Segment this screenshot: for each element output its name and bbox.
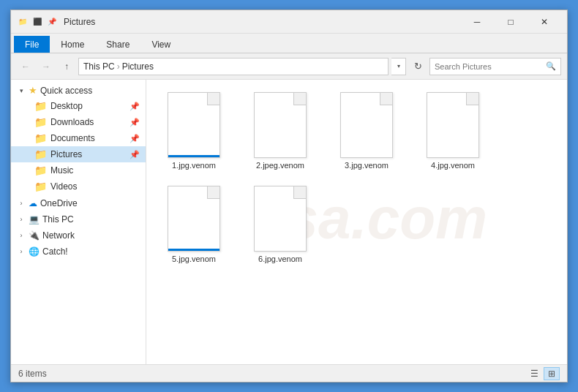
sidebar-item-pictures[interactable]: 📁 Pictures 📌 (11, 146, 146, 162)
onedrive-label: OneDrive (40, 198, 78, 208)
sidebar-section-quick-access: ▾ ★ Quick access 📁 Desktop 📌 📁 Downloads… (11, 83, 146, 195)
file-thumb-5 (254, 186, 307, 252)
file-item-5[interactable]: 6.jpg.venom (240, 181, 320, 268)
ribbon-tabs: File Home Share View (11, 34, 567, 53)
sidebar-item-videos[interactable]: 📁 Videos (11, 178, 146, 195)
file-item-2[interactable]: 3.jpg.venom (326, 87, 407, 175)
title-bar: 📁 ⬛ 📌 Pictures ─ □ ✕ (11, 10, 567, 34)
catch-icon: 🌐 (29, 246, 40, 257)
folder-icon-music: 📁 (34, 165, 47, 176)
sidebar-section-catch: › 🌐 Catch! (11, 244, 146, 259)
thispc-header[interactable]: › 💻 This PC (11, 212, 146, 227)
file-item-0[interactable]: 1.jpg.venom (154, 87, 234, 175)
close-button[interactable]: ✕ (528, 10, 561, 34)
file-name-3: 4.jpg.venom (431, 161, 475, 170)
maximize-button[interactable]: □ (494, 10, 528, 34)
sidebar-item-videos-label: Videos (50, 181, 140, 192)
tab-file[interactable]: File (14, 36, 50, 53)
chevron-down-icon: ▾ (17, 87, 26, 94)
cloud-icon: ☁ (29, 198, 37, 208)
star-icon: ★ (29, 85, 37, 96)
search-box[interactable]: 🔍 (429, 58, 561, 75)
folder-icon-videos: 📁 (34, 181, 47, 192)
tab-share[interactable]: Share (95, 36, 140, 53)
catch-label: Catch! (42, 246, 68, 257)
pin-icon-downloads: 📌 (130, 118, 140, 127)
explorer-window: 📁 ⬛ 📌 Pictures ─ □ ✕ File Home Share Vie… (10, 10, 568, 382)
sidebar-item-music-label: Music (50, 165, 140, 176)
breadcrumb-thispc: This PC (83, 61, 115, 72)
title-bar-icons: 📁 ⬛ 📌 (17, 16, 58, 28)
file-thumb-4 (168, 186, 220, 252)
tab-view[interactable]: View (140, 36, 181, 53)
pin-icon-small: 📌 (46, 16, 58, 28)
ribbon: File Home Share View (11, 34, 567, 53)
sidebar-item-downloads[interactable]: 📁 Downloads 📌 (11, 114, 146, 130)
quick-access-header[interactable]: ▾ ★ Quick access (11, 83, 146, 98)
back-button[interactable]: ← (17, 58, 34, 75)
list-view-button[interactable]: ☰ (526, 367, 542, 380)
file-name-0: 1.jpg.venom (172, 161, 216, 170)
folder-icon-pictures: 📁 (34, 148, 47, 160)
pin-icon-documents: 📌 (130, 134, 140, 143)
sidebar: ▾ ★ Quick access 📁 Desktop 📌 📁 Downloads… (11, 80, 146, 364)
pin-icon-pictures: 📌 (130, 150, 140, 159)
folder-icon-downloads: 📁 (34, 116, 47, 128)
search-icon: 🔍 (546, 61, 556, 71)
address-bar: ← → ↑ This PC › Pictures ▾ ↻ 🔍 (11, 53, 567, 80)
up-button[interactable]: ↑ (58, 58, 75, 75)
large-icon-view-button[interactable]: ⊞ (544, 367, 560, 380)
sidebar-section-network: › 🔌 Network (11, 228, 146, 243)
folder-icon-desktop: 📁 (34, 100, 47, 112)
tab-home[interactable]: Home (50, 36, 95, 53)
file-name-2: 3.jpg.venom (345, 161, 389, 170)
status-bar: 6 items ☰ ⊞ (11, 364, 567, 382)
sidebar-item-desktop-label: Desktop (50, 101, 126, 111)
folder-icon-small: 📁 (17, 16, 29, 28)
file-area: jsa.com 1.jpg.venom 2.jpeg.venom 3.jpg.v… (146, 80, 567, 364)
network-label: Network (42, 230, 75, 241)
catch-header[interactable]: › 🌐 Catch! (11, 244, 146, 259)
thispc-label: This PC (42, 214, 74, 225)
onedrive-header[interactable]: › ☁ OneDrive (11, 196, 146, 211)
window-controls: ─ □ ✕ (460, 10, 561, 34)
sidebar-item-documents-label: Documents (50, 133, 126, 143)
file-name-1: 2.jpeg.venom (256, 161, 304, 170)
file-name-5: 6.jpg.venom (258, 255, 302, 263)
file-item-4[interactable]: 5.jpg.venom (154, 181, 234, 268)
chevron-right-icon: › (17, 200, 26, 207)
file-name-4: 5.jpg.venom (172, 255, 216, 263)
sidebar-item-pictures-label: Pictures (50, 149, 126, 159)
breadcrumb-pictures: Pictures (122, 61, 154, 72)
quick-access-icon: ⬛ (31, 16, 43, 28)
file-thumb-3 (427, 92, 479, 158)
address-path[interactable]: This PC › Pictures (78, 58, 389, 75)
address-dropdown[interactable]: ▾ (391, 58, 406, 75)
sidebar-section-onedrive: › ☁ OneDrive (11, 196, 146, 211)
main-content: ▾ ★ Quick access 📁 Desktop 📌 📁 Downloads… (11, 80, 567, 364)
pc-icon: 💻 (29, 214, 40, 225)
chevron-right-catch-icon: › (17, 248, 26, 255)
window-title: Pictures (64, 17, 460, 27)
minimize-button[interactable]: ─ (460, 10, 494, 34)
network-icon: 🔌 (29, 230, 40, 241)
file-item-3[interactable]: 4.jpg.venom (413, 87, 493, 175)
file-grid: 1.jpg.venom 2.jpeg.venom 3.jpg.venom 4.j… (154, 87, 560, 268)
sidebar-item-documents[interactable]: 📁 Documents 📌 (11, 130, 146, 146)
network-header[interactable]: › 🔌 Network (11, 228, 146, 243)
sidebar-item-downloads-label: Downloads (50, 117, 126, 127)
sidebar-item-desktop[interactable]: 📁 Desktop 📌 (11, 98, 146, 114)
forward-button[interactable]: → (37, 58, 55, 75)
refresh-button[interactable]: ↻ (409, 58, 427, 75)
view-controls: ☰ ⊞ (526, 367, 560, 380)
search-input[interactable] (435, 62, 543, 71)
chevron-right-network-icon: › (17, 232, 26, 239)
item-count: 6 items (18, 369, 47, 379)
file-thumb-1 (254, 92, 307, 158)
sidebar-item-music[interactable]: 📁 Music (11, 162, 146, 178)
file-item-1[interactable]: 2.jpeg.venom (240, 87, 320, 175)
sidebar-section-thispc: › 💻 This PC (11, 212, 146, 227)
file-thumb-0 (168, 92, 220, 158)
chevron-right-thispc-icon: › (17, 216, 26, 223)
file-thumb-2 (340, 92, 393, 158)
